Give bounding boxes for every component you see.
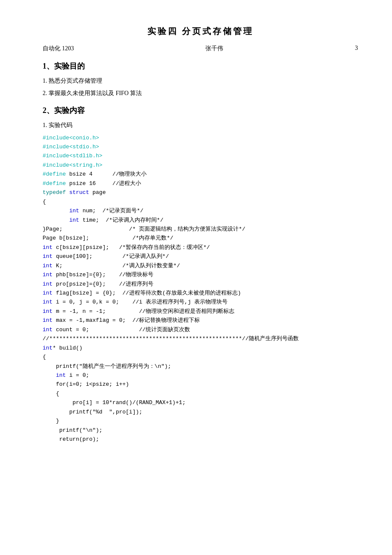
code-line-14: int queue[100]; /*记录调入队列*/: [43, 252, 358, 261]
code-line-33: printf("\n");: [43, 426, 358, 435]
code-line-4: #include<string.h>: [43, 161, 358, 170]
code-line-6: #define psize 16 //进程大小: [43, 179, 358, 188]
code-line-2: #include<stdio.h>: [43, 142, 358, 151]
code-line-24: int* build(): [43, 344, 358, 353]
page-number: 3: [355, 45, 358, 52]
section1-content: 1. 熟悉分页式存储管理 2. 掌握最久未使用算法以及 FIFO 算法: [43, 75, 358, 98]
purpose-item-2: 2. 掌握最久未使用算法以及 FIFO 算法: [43, 88, 358, 98]
code-line-34: return(pro);: [43, 435, 358, 444]
code-line-1: #include<conio.h>: [43, 133, 358, 142]
section2-heading: 2、实验内容: [43, 105, 358, 116]
code-line-18: int flag[bsize] = {0}; //进程等待次数(存放最久未被使用…: [43, 289, 358, 298]
code-line-3: #include<stdlib.h>: [43, 151, 358, 160]
author-name: 张千伟: [205, 45, 223, 52]
code-line-12: Page b[bsize]; /*内存单元数*/: [43, 234, 358, 243]
code-line-17: int pro[psize]={0}; //进程序列号: [43, 280, 358, 289]
code-line-21: int max = -1,maxflag = 0; //标记替换物理块进程下标: [43, 316, 358, 325]
code-line-19: int i = 0, j = 0,k = 0; //i 表示进程序列号,j 表示…: [43, 298, 358, 306]
code-line-20: int m = -1, n = -1; //物理块空闲和进程是否相同判断标志: [43, 307, 358, 316]
code-line-23: //**************************************…: [43, 334, 358, 343]
code-line-31: printf("%d ",pro[i]);: [43, 408, 358, 416]
code-line-22: int count = 0; //统计页面缺页次数: [43, 325, 358, 334]
code-block: #include<conio.h> #include<stdio.h> #inc…: [43, 133, 358, 444]
code-line-27: int i = 0;: [43, 371, 358, 380]
code-line-16: int phb[bsize]={0}; //物理块标号: [43, 270, 358, 279]
code-line-8: {: [43, 197, 358, 206]
code-line-29: {: [43, 389, 358, 398]
meta-row: 自动化 1203 张千伟 3: [43, 45, 358, 52]
code-line-15: int K; /*调入队列计数变量*/: [43, 261, 358, 270]
section1-heading: 1、实验目的: [43, 61, 358, 71]
code-line-25: {: [43, 353, 358, 361]
code-line-30: pro[i] = 10*rand()/(RAND_MAX+1)+1;: [43, 398, 358, 407]
code-line-28: for(i=0; i<psize; i++): [43, 380, 358, 389]
class-label: 自动化 1203: [43, 45, 74, 52]
code-line-13: int c[bsize][psize]; /*暂保存内存当前的状态：缓冲区*/: [43, 243, 358, 252]
code-line-7: typedef struct page: [43, 188, 358, 197]
code-line-5: #define bsize 4 //物理块大小: [43, 170, 358, 179]
code-line-26: printf("随机产生一个进程序列号为：\n");: [43, 362, 358, 371]
code-line-9: int num; /*记录页面号*/: [43, 206, 358, 215]
code-line-10: int time; /*记录调入内存时间*/: [43, 216, 358, 225]
code-line-32: }: [43, 416, 358, 425]
page-title: 实验四 分页式存储管理: [43, 26, 358, 37]
purpose-item-1: 1. 熟悉分页式存储管理: [43, 75, 358, 86]
sub-section-label: 1. 实验代码: [43, 120, 358, 130]
code-line-11: }Page; /* 页面逻辑结构，结构为方便算法实现设计*/: [43, 225, 358, 234]
